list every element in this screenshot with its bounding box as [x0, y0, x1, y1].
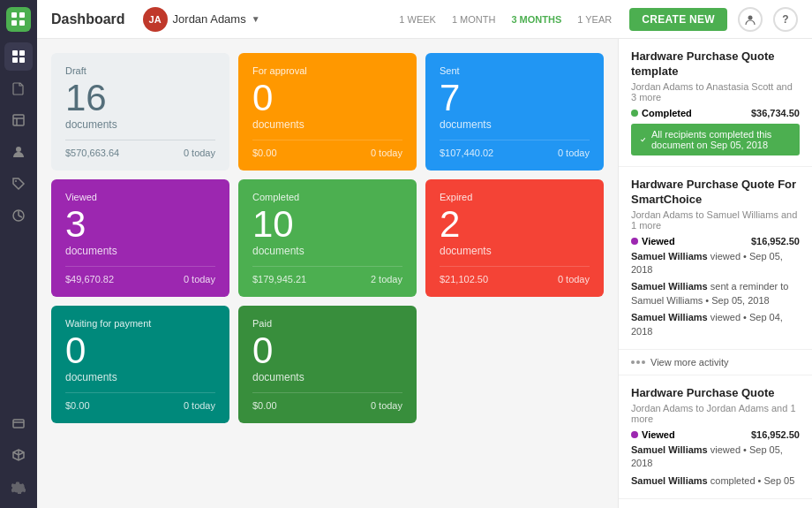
activity-log-1: Samuel Williams viewed • Sep 05, 2018 [631, 250, 800, 277]
svg-point-15 [748, 15, 753, 19]
card-paid-label: Paid [252, 318, 402, 329]
card-paid-footer: $0.00 0 today [252, 392, 402, 411]
svg-point-11 [16, 147, 21, 152]
log-actor-5: Samuel Williams [631, 475, 708, 486]
card-draft-footer: $570,663.64 0 today [65, 140, 215, 158]
card-waiting-amount: $0.00 [65, 400, 90, 411]
status-amount-hw-template: $36,734.50 [751, 108, 800, 118]
user-selector[interactable]: JA Jordan Adams ▼ [143, 7, 260, 32]
card-completed-amount: $179,945.21 [252, 274, 306, 284]
log-text-5: completed • Sep 05 [708, 475, 795, 486]
filter-1month[interactable]: 1 MONTH [445, 11, 503, 28]
card-waiting-label: Waiting for payment [65, 318, 215, 329]
card-completed-docs: documents [252, 245, 402, 257]
status-label-hw-template: Completed [642, 108, 692, 118]
card-waiting-count: 0 [65, 332, 215, 369]
card-approval-today: 0 today [371, 148, 402, 158]
card-expired[interactable]: Expired 2 documents $21,102.50 0 today [425, 179, 604, 297]
status-label-hw-smartchoice: Viewed [642, 236, 675, 246]
activity-item-hw-template[interactable]: Hardware Purchase Quote template Jordan … [619, 39, 812, 167]
filter-1week[interactable]: 1 WEEK [392, 11, 443, 28]
status-dot-viewed-jordan [631, 431, 638, 438]
header: Dashboard JA Jordan Adams ▼ 1 WEEK 1 MON… [37, 0, 812, 39]
card-viewed-amount: $49,670.82 [65, 274, 114, 284]
card-expired-footer: $21,102.50 0 today [440, 266, 590, 284]
svg-rect-1 [19, 12, 25, 18]
activity-title-hw-jordan: Hardware Purchase Quote [631, 386, 800, 401]
more-dots-icon [631, 360, 645, 364]
card-viewed-count: 3 [65, 206, 215, 243]
card-waiting-docs: documents [65, 371, 215, 383]
activity-status-hw-jordan: Viewed $16,952.50 [631, 429, 800, 440]
status-label-hw-jordan: Viewed [642, 429, 675, 440]
activity-title-hw-template: Hardware Purchase Quote template [631, 49, 800, 80]
log-actor-4: Samuel Williams [631, 444, 708, 455]
user-profile-button[interactable] [738, 7, 763, 32]
activity-item-hw-jordan[interactable]: Hardware Purchase Quote Jordan Adams to … [619, 375, 812, 499]
log-actor-2: Samuel Williams [631, 281, 708, 292]
sidebar-item-contacts[interactable] [4, 138, 33, 166]
card-approval-docs: documents [252, 118, 402, 131]
card-viewed[interactable]: Viewed 3 documents $49,670.82 0 today [51, 179, 229, 297]
status-badge-hw-smartchoice: Viewed [631, 236, 675, 246]
card-completed[interactable]: Completed 10 documents $179,945.21 2 tod… [238, 179, 417, 297]
activity-subtitle-hw-smartchoice: Jordan Adams to Samuel Williams and 1 mo… [631, 209, 800, 231]
card-paid[interactable]: Paid 0 documents $0.00 0 today [238, 306, 417, 423]
create-new-button[interactable]: CREATE NEW [629, 8, 727, 31]
card-paid-docs: documents [252, 371, 402, 383]
sidebar-item-documents[interactable] [4, 74, 33, 102]
main-area: Dashboard JA Jordan Adams ▼ 1 WEEK 1 MON… [37, 0, 812, 508]
card-approval[interactable]: For approval 0 documents $0.00 0 today [238, 53, 417, 171]
filter-1year[interactable]: 1 YEAR [570, 11, 619, 28]
sidebar-item-inbox[interactable] [4, 409, 33, 437]
status-dot-completed [631, 110, 638, 117]
card-sent-count: 7 [440, 80, 590, 117]
sidebar-item-settings[interactable] [4, 473, 33, 501]
sidebar-item-reports[interactable] [4, 201, 33, 230]
activity-log-5: Samuel Williams completed • Sep 05 [631, 474, 800, 488]
card-waiting-footer: $0.00 0 today [65, 392, 215, 411]
activity-status-hw-template: Completed $36,734.50 [631, 108, 800, 118]
chevron-down-icon: ▼ [252, 14, 260, 24]
card-waiting-today: 0 today [184, 400, 215, 411]
card-paid-today: 0 today [371, 400, 402, 411]
svg-rect-4 [12, 50, 18, 56]
card-draft-today: 0 today [184, 148, 215, 158]
sidebar-item-3d[interactable] [4, 441, 33, 469]
svg-rect-2 [11, 20, 17, 26]
card-sent[interactable]: Sent 7 documents $107,440.02 0 today [425, 53, 604, 171]
card-sent-today: 0 today [558, 148, 590, 158]
card-approval-amount: $0.00 [252, 148, 277, 158]
view-more-activity[interactable]: View more activity [619, 350, 812, 375]
status-amount-hw-jordan: $16,952.50 [751, 429, 800, 440]
dashboard-grid: Draft 16 documents $570,663.64 0 today F… [37, 39, 618, 508]
svg-rect-3 [19, 20, 25, 26]
status-amount-hw-smartchoice: $16,952.50 [751, 236, 800, 246]
user-name: Jordan Adams [173, 12, 246, 26]
status-badge-hw-template: Completed [631, 108, 692, 118]
sidebar-item-tags[interactable] [4, 170, 33, 198]
card-draft-label: Draft [65, 65, 215, 76]
sidebar-item-templates[interactable] [4, 106, 33, 134]
app-logo[interactable] [6, 7, 31, 32]
sidebar-item-dashboard[interactable] [4, 42, 33, 71]
activity-log-4: Samuel Williams viewed • Sep 05, 2018 [631, 444, 800, 471]
filter-3months[interactable]: 3 MONTHS [504, 11, 568, 28]
card-completed-today: 2 today [371, 274, 402, 284]
svg-rect-6 [12, 57, 18, 63]
help-button[interactable]: ? [773, 7, 798, 32]
card-waiting[interactable]: Waiting for payment 0 documents $0.00 0 … [51, 306, 229, 423]
card-draft[interactable]: Draft 16 documents $570,663.64 0 today [51, 53, 229, 171]
card-viewed-docs: documents [65, 245, 215, 257]
card-viewed-label: Viewed [65, 192, 215, 202]
activity-subtitle-hw-template: Jordan Adams to Anastasia Scott and 3 mo… [631, 81, 800, 102]
svg-rect-14 [13, 420, 24, 428]
avatar: JA [143, 7, 168, 32]
svg-rect-0 [11, 12, 17, 18]
card-sent-footer: $107,440.02 0 today [440, 140, 590, 158]
card-viewed-footer: $49,670.82 0 today [65, 266, 215, 284]
view-more-label: View more activity [650, 357, 728, 368]
completed-banner: All recipients completed this document o… [631, 124, 800, 155]
activity-item-hw-smartchoice[interactable]: Hardware Purchase Quote For SmartChoice … [619, 167, 812, 350]
card-completed-label: Completed [252, 192, 402, 202]
